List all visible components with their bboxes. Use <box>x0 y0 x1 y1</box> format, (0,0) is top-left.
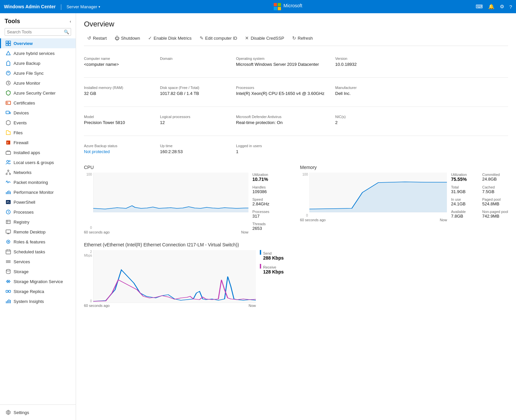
svg-point-14 <box>9 160 10 162</box>
sidebar-item-label: Performance Monitor <box>14 190 54 195</box>
roles-features-icon <box>6 239 11 244</box>
disable-credssp-button[interactable]: ✕ Disable CredSSP <box>242 34 287 42</box>
sidebar-item-label: Azure Monitor <box>14 81 40 86</box>
bell-icon[interactable]: 🔔 <box>488 4 495 10</box>
sidebar-item-label: Packet monitoring <box>14 180 48 185</box>
help-icon[interactable]: ? <box>509 4 512 10</box>
info-ram: Installed memory (RAM) 32 GB <box>84 82 160 100</box>
topbar: Windows Admin Center | Server Manager ▾ … <box>0 0 516 13</box>
info-computer-name: Computer name <computer name> <box>84 53 160 71</box>
search-box[interactable]: 🔍 <box>5 28 71 36</box>
sidebar-item-services[interactable]: Services <box>0 257 76 267</box>
sidebar-item-azure-hybrid[interactable]: Azure hybrid services <box>0 48 76 58</box>
sidebar-title: Tools <box>5 18 20 25</box>
chevron-down-icon: ▾ <box>99 5 100 9</box>
sidebar-item-azure-security[interactable]: Azure Security Center <box>0 88 76 98</box>
sidebar-item-firewall[interactable]: F Firewall <box>0 138 76 147</box>
info-row-2: Installed memory (RAM) 32 GB Disk space … <box>84 82 508 100</box>
info-row-3: Model Precision Tower 5810 Logical proce… <box>84 111 508 129</box>
sidebar-item-packet-monitoring[interactable]: Packet monitoring <box>0 177 76 187</box>
mem-utilization: Utilization 75.55% <box>451 173 477 182</box>
svg-rect-22 <box>9 190 9 194</box>
info-domain: Domain <box>160 53 236 71</box>
sidebar-item-processes[interactable]: Processes <box>0 207 76 217</box>
refresh-button[interactable]: ↻ Refresh <box>289 34 316 42</box>
sidebar-item-roles-features[interactable]: Roles & features <box>0 237 76 247</box>
network-section: Ethernet (vEthernet (Intel(R) Ethernet C… <box>84 242 508 308</box>
sidebar-item-azure-monitor[interactable]: Azure Monitor <box>0 78 76 88</box>
sidebar-item-storage[interactable]: Storage <box>0 267 76 276</box>
sidebar-item-system-insights[interactable]: System Insights <box>0 296 76 306</box>
azure-monitor-icon <box>6 80 11 86</box>
sidebar-item-label: Certificates <box>14 101 35 105</box>
sidebar-item-azure-backup[interactable]: Azure Backup <box>0 58 76 68</box>
info-logical-processors: Logical processors 12 <box>160 111 236 129</box>
cpu-time-start: 60 seconds ago <box>84 230 110 234</box>
sidebar-item-powershell[interactable]: PS PowerShell <box>0 197 76 207</box>
svg-rect-46 <box>9 299 9 303</box>
memory-section: Memory 100 0 <box>300 165 508 234</box>
sidebar-item-label: Roles & features <box>14 239 45 244</box>
cpu-section: CPU 100 0 <box>84 165 292 234</box>
microsoft-text: Microsoft <box>284 3 302 10</box>
cpu-threads: Threads 2653 <box>253 222 292 231</box>
cpu-title: CPU <box>84 165 292 170</box>
sidebar-item-label: Storage <box>14 269 29 274</box>
app-brand: Windows Admin Center <box>4 4 56 9</box>
sidebar-item-overview[interactable]: Overview <box>0 38 76 48</box>
sidebar-item-certificates[interactable]: Certificates <box>0 98 76 108</box>
shutdown-label: Shutdown <box>121 36 140 41</box>
sidebar-item-azure-filesync[interactable]: Azure File Sync <box>0 68 76 78</box>
svg-point-13 <box>7 160 9 162</box>
sidebar-item-networks[interactable]: Networks <box>0 167 76 177</box>
sidebar-item-performance-monitor[interactable]: Performance Monitor <box>0 187 76 197</box>
network-stats: Send 288 Kbps Receive 128 Kbps <box>260 250 299 308</box>
restart-button[interactable]: ↺ Restart <box>84 34 110 42</box>
sidebar-item-registry[interactable]: Registry <box>0 217 76 227</box>
sidebar-item-settings[interactable]: Settings <box>0 407 76 417</box>
sidebar-header: Tools ‹ 🔍 <box>0 13 76 38</box>
settings-icon[interactable]: ⚙ <box>500 4 504 10</box>
sidebar-collapse-icon[interactable]: ‹ <box>70 19 71 24</box>
local-users-icon <box>6 160 11 165</box>
memory-chart-container: 100 0 <box>300 173 508 222</box>
powershell-icon: PS <box>6 199 11 205</box>
cpu-chart-svg <box>93 173 249 212</box>
enable-disk-metrics-button[interactable]: ✓ Enable Disk Metrics <box>145 34 195 42</box>
backup-status-link[interactable]: Not protected <box>84 149 155 154</box>
network-time-end: Now <box>249 304 256 308</box>
edit-icon: ✎ <box>200 35 204 41</box>
cpu-time-end: Now <box>241 230 248 234</box>
info-section: Computer name <computer name> Domain Ope… <box>84 53 508 158</box>
cpu-stats: Utilization 10.71% Handles 109386 Speed … <box>253 173 292 234</box>
info-uptime: Up time 160:2:28:53 <box>160 140 236 158</box>
network-send: Send 288 Kbps <box>260 250 299 261</box>
sidebar-item-label: Firewall <box>14 140 28 145</box>
svg-rect-0 <box>6 41 8 43</box>
sidebar-item-files[interactable]: Files <box>0 128 76 138</box>
terminal-icon[interactable]: ⌨ <box>476 4 483 10</box>
sidebar-item-label: Registry <box>14 220 29 225</box>
mem-nonpaged-pool: Non-paged pool 742.9MB <box>482 210 508 219</box>
sidebar-item-devices[interactable]: Devices <box>0 108 76 118</box>
scheduled-tasks-icon <box>6 249 11 254</box>
sidebar-title-row: Tools ‹ <box>5 18 71 25</box>
svg-rect-29 <box>6 230 11 233</box>
sidebar-item-events[interactable]: Events <box>0 118 76 128</box>
shutdown-button[interactable]: ⏻ Shutdown <box>111 34 143 42</box>
svg-text:PS: PS <box>7 201 10 204</box>
sidebar-item-storage-migration[interactable]: Storage Migration Service <box>0 276 76 286</box>
sidebar-item-remote-desktop[interactable]: Remote Desktop <box>0 227 76 237</box>
svg-rect-2 <box>6 44 8 46</box>
search-input[interactable] <box>7 29 62 34</box>
network-chart-svg <box>93 250 256 303</box>
sidebar-item-local-users[interactable]: Local users & groups <box>0 157 76 167</box>
network-chart-area: 2 Mbps 0 <box>84 250 256 308</box>
server-manager-dropdown[interactable]: Server Manager ▾ <box>66 4 100 9</box>
mem-cached: Cached 7.5GB <box>482 185 508 194</box>
sidebar-item-storage-replica[interactable]: Storage Replica <box>0 286 76 296</box>
sidebar-item-scheduled-tasks[interactable]: Scheduled tasks <box>0 247 76 257</box>
edit-computer-id-button[interactable]: ✎ Edit computer ID <box>196 34 241 42</box>
sidebar-item-installed-apps[interactable]: Installed apps <box>0 147 76 157</box>
info-backup-status: Azure Backup status Not protected <box>84 140 160 158</box>
